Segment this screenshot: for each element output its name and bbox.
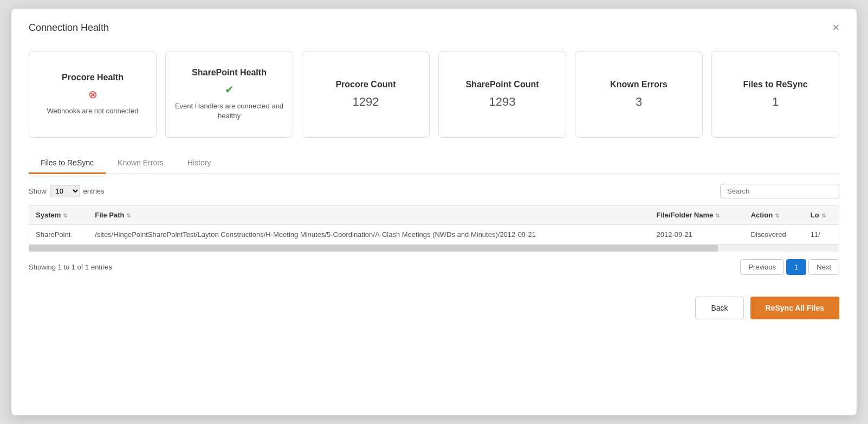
footer-row: Back ReSync All Files [29,297,839,319]
resync-all-files-button[interactable]: ReSync All Files [750,297,839,319]
previous-button[interactable]: Previous [740,259,784,275]
connection-health-modal: Connection Health × Procore Health⊗Webho… [11,9,857,415]
card-status-procore-health: Webhooks are not connected [47,106,139,116]
card-known-errors: Known Errors3 [575,51,703,138]
cell-system: SharePoint [29,225,88,245]
showing-text: Showing 1 to 1 of 1 entries [29,263,112,271]
close-button[interactable]: × [832,22,839,34]
modal-title: Connection Health [29,22,109,34]
cell-log: 11/ [804,225,839,245]
card-sharepoint-count: SharePoint Count1293 [438,51,566,138]
col-header-log[interactable]: Lo⇅ [804,205,839,225]
card-title-sharepoint-count: SharePoint Count [465,80,539,89]
tab-known-errors[interactable]: Known Errors [106,153,176,174]
card-procore-health: Procore Health⊗Webhooks are not connecte… [29,51,157,138]
cell-action: Discovered [744,225,804,245]
data-table: System⇅File Path⇅File/Folder Name⇅Action… [29,205,839,245]
sort-icon: ⇅ [821,213,826,219]
card-sharepoint-health: SharePoint Health✔Event Handlers are con… [165,51,293,138]
card-value-procore-count: 1292 [353,95,379,109]
card-value-sharepoint-count: 1293 [489,95,516,109]
cards-row: Procore Health⊗Webhooks are not connecte… [29,51,839,138]
pagination-row: Showing 1 to 1 of 1 entries Previous 1 N… [29,259,839,275]
card-title-procore-count: Procore Count [335,80,396,89]
table-row: SharePoint/sites/HingePointSharePointTes… [29,225,839,245]
card-status-sharepoint-health: Event Handlers are connected and healthy [174,101,284,121]
table-controls: Show 102550100 entries [29,184,839,198]
col-header-file_folder_name[interactable]: File/Folder Name⇅ [650,205,744,225]
show-label: Show [29,187,47,195]
back-button[interactable]: Back [695,297,743,319]
sort-icon: ⇅ [775,213,779,219]
pagination-buttons: Previous 1 Next [740,259,839,275]
tab-history[interactable]: History [176,153,223,174]
entries-select[interactable]: 102550100 [50,185,80,197]
card-files-to-resync: Files to ReSync1 [711,51,839,138]
search-input[interactable] [720,184,839,198]
card-title-files-to-resync: Files to ReSync [743,80,807,89]
card-value-known-errors: 3 [636,95,642,109]
col-header-action[interactable]: Action⇅ [744,205,804,225]
next-button[interactable]: Next [808,259,839,275]
card-procore-count: Procore Count1292 [302,51,430,138]
horizontal-scrollbar[interactable] [29,245,839,252]
entries-label: entries [83,187,105,195]
sort-icon: ⇅ [63,213,67,219]
card-title-known-errors: Known Errors [610,80,668,89]
sort-icon: ⇅ [126,213,131,219]
card-title-procore-health: Procore Health [62,73,124,82]
card-value-files-to-resync: 1 [772,95,779,109]
page-1-button[interactable]: 1 [786,259,806,275]
show-entries: Show 102550100 entries [29,185,105,197]
modal-header: Connection Health × [29,22,839,34]
tab-files-to-resync[interactable]: Files to ReSync [29,153,106,174]
success-icon: ✔ [225,83,234,96]
scrollbar-thumb [29,245,718,252]
cell-file_folder_name: 2012-09-21 [650,225,744,245]
card-title-sharepoint-health: SharePoint Health [192,68,267,78]
sort-icon: ⇅ [715,213,720,219]
tabs-row: Files to ReSyncKnown ErrorsHistory [29,153,839,174]
error-icon: ⊗ [88,88,98,101]
col-header-file_path[interactable]: File Path⇅ [88,205,650,225]
table-wrapper: System⇅File Path⇅File/Folder Name⇅Action… [29,205,839,245]
cell-file_path: /sites/HingePointSharePointTest/Layton C… [88,225,650,245]
col-header-system[interactable]: System⇅ [29,205,88,225]
